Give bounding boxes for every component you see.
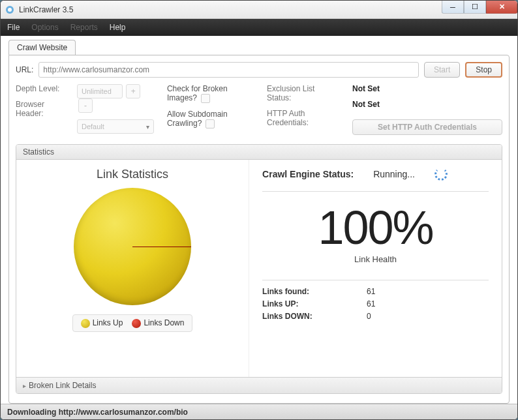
settings-row: Depth Level: Browser Header: Unlimited +… (16, 84, 502, 135)
chart-legend: Links Up Links Down (72, 314, 193, 332)
statistics-box: Statistics Link Statistics Links Up Link… (16, 144, 502, 394)
close-button[interactable]: ✕ (486, 1, 517, 14)
pie-chart (74, 188, 191, 305)
maximize-button[interactable]: ☐ (464, 1, 486, 14)
spinner-icon (434, 168, 448, 181)
auth-credentials-value: Not Set (352, 100, 502, 109)
menu-help[interactable]: Help (110, 23, 126, 32)
browser-header-select: Default▾ (77, 119, 154, 134)
statusbar: Downloading http://www.carlosumanzor.com… (1, 404, 517, 419)
links-found-label: Links found: (262, 287, 367, 296)
crawl-panel: URL: Start Stop Depth Level: Browser Hea… (8, 55, 510, 404)
svg-point-1 (8, 8, 12, 12)
engine-status-label: Crawl Engine Status: (262, 169, 354, 179)
broken-link-details-accordion[interactable]: ▸ Broken Link Details (16, 377, 502, 393)
status-text: Downloading http://www.carlosumanzor.com… (7, 408, 188, 417)
links-down-label: Links DOWN: (262, 312, 367, 321)
stop-button[interactable]: Stop (465, 62, 502, 78)
set-auth-credentials-button: Set HTTP Auth Credentials (352, 119, 502, 135)
auth-credentials-label: HTTP Auth Credentials: (267, 109, 339, 127)
pie-slice-marker (132, 247, 191, 247)
url-row: URL: Start Stop (16, 62, 502, 78)
content-area: Crawl Website URL: Start Stop Depth Leve… (1, 36, 517, 404)
engine-status-value: Running... (373, 169, 415, 179)
broken-images-checkbox (201, 94, 210, 103)
menu-options: Options (31, 23, 58, 32)
legend-up-label: Links Up (93, 318, 123, 327)
depth-input: Unlimited (77, 84, 123, 98)
url-input[interactable] (38, 62, 419, 78)
minimize-button[interactable]: ─ (442, 1, 464, 14)
engine-pane: Crawl Engine Status: Running... 100% Lin… (249, 160, 502, 377)
app-icon (5, 5, 15, 15)
depth-increase-button: + (126, 84, 140, 98)
start-button: Start (424, 62, 460, 78)
chevron-down-icon: ▾ (146, 123, 149, 130)
broken-link-details-label: Broken Link Details (29, 381, 96, 390)
link-health-percent: 100% (262, 201, 489, 254)
menubar: File Options Reports Help (1, 19, 517, 36)
exclusion-status-value: Not Set (352, 84, 502, 93)
menu-reports: Reports (70, 23, 98, 32)
app-window: LinkCrawler 3.5 ─ ☐ ✕ File Options Repor… (0, 0, 518, 420)
subdomain-label: Allow Subdomain Crawling? (167, 110, 228, 128)
exclusion-status-label: Exclusion List Status: (267, 84, 339, 102)
tab-crawl-website[interactable]: Crawl Website (8, 40, 76, 55)
browser-header-label: Browser Header: (16, 100, 64, 118)
links-up-value: 61 (367, 299, 375, 308)
menu-file[interactable]: File (7, 23, 20, 32)
tab-strip: Crawl Website (8, 40, 510, 55)
chart-title: Link Statistics (97, 168, 168, 181)
window-controls: ─ ☐ ✕ (442, 1, 517, 14)
legend-dot-down-icon (132, 319, 141, 328)
depth-label: Depth Level: (16, 84, 64, 93)
links-down-value: 0 (367, 312, 371, 321)
statistics-body: Link Statistics Links Up Links Down Craw… (16, 160, 502, 377)
subdomain-checkbox (206, 119, 215, 128)
depth-decrease-button: - (78, 98, 93, 113)
statistics-header: Statistics (16, 145, 502, 160)
link-health-label: Link Health (262, 254, 489, 264)
links-up-label: Links UP: (262, 299, 367, 308)
divider (262, 191, 489, 192)
chart-pane: Link Statistics Links Up Links Down (16, 160, 249, 377)
chevron-right-icon: ▸ (23, 382, 26, 389)
engine-status-row: Crawl Engine Status: Running... (262, 168, 489, 181)
divider (262, 280, 489, 280)
legend-down-label: Links Down (144, 318, 184, 327)
window-title: LinkCrawler 3.5 (19, 5, 513, 14)
broken-images-label: Check for Broken Images? (167, 84, 228, 102)
legend-dot-up-icon (81, 319, 90, 328)
url-label: URL: (16, 65, 33, 74)
links-found-value: 61 (367, 287, 375, 296)
titlebar[interactable]: LinkCrawler 3.5 ─ ☐ ✕ (1, 1, 517, 19)
